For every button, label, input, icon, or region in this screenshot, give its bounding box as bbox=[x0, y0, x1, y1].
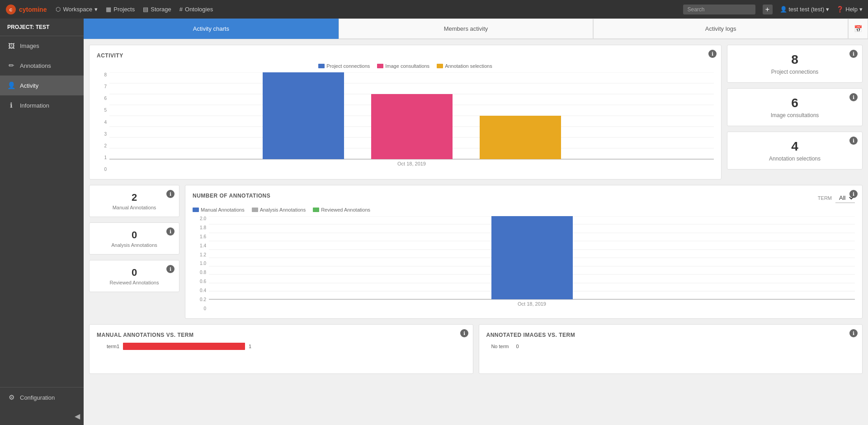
mini-stat1-info[interactable]: ℹ bbox=[166, 190, 175, 198]
legend-image-consultations: Image consultations bbox=[377, 63, 429, 69]
nav-workspace[interactable]: ⬡ Workspace ▾ bbox=[56, 6, 98, 13]
legend-manual: Manual Annotations bbox=[193, 207, 245, 212]
stat1-number: 8 bbox=[735, 52, 855, 67]
legend-dot-manual bbox=[193, 208, 199, 212]
activity-y-axis: 876543210 bbox=[97, 72, 109, 172]
mini-stat2-info[interactable]: ℹ bbox=[166, 227, 175, 236]
manual-vs-term-info[interactable]: ℹ bbox=[460, 329, 468, 337]
config-icon: ⚙ bbox=[7, 393, 15, 401]
nav-storage[interactable]: ▤ Storage bbox=[143, 6, 171, 13]
stat2-info-button[interactable]: ℹ bbox=[849, 93, 858, 101]
user-icon: 👤 bbox=[780, 6, 787, 13]
mini-stat1-number: 2 bbox=[97, 192, 172, 203]
annotations-info-button[interactable]: ℹ bbox=[849, 190, 858, 198]
legend-dot-project bbox=[318, 64, 325, 68]
calendar-button[interactable]: 📅 bbox=[848, 19, 868, 39]
sidebar-item-activity[interactable]: 👤 Activity bbox=[0, 76, 84, 95]
user-chevron-icon: ▾ bbox=[826, 6, 829, 13]
annotations-icon: ✏ bbox=[7, 61, 15, 70]
hbar-value-term1: 1 bbox=[249, 344, 251, 349]
mini-stat-analysis: ℹ 0 Analysis Annotations bbox=[89, 222, 179, 255]
projects-icon: ▦ bbox=[106, 6, 111, 13]
tab-members-activity[interactable]: Members activity bbox=[339, 19, 594, 39]
mini-stat1-label: Manual Annotations bbox=[97, 205, 172, 210]
search-input[interactable] bbox=[683, 5, 755, 14]
hbar-label-term1: term1 bbox=[97, 344, 119, 349]
bar-annotation-selections bbox=[480, 116, 561, 159]
svg-text:C: C bbox=[9, 8, 13, 12]
annotations-legend: Manual Annotations Analysis Annotations … bbox=[193, 207, 855, 212]
activity-chart-plot: Oct 18, 2019 bbox=[109, 72, 714, 172]
brand-name: cytomine bbox=[19, 6, 47, 13]
brand-logo[interactable]: C cytomine bbox=[5, 4, 47, 15]
legend-reviewed: Reviewed Annotations bbox=[313, 207, 370, 212]
activity-info-button[interactable]: ℹ bbox=[708, 50, 717, 58]
content-area: Activity charts Members activity Activit… bbox=[84, 19, 868, 425]
annotated-vs-term-info[interactable]: ℹ bbox=[849, 329, 858, 337]
row2-grid: ℹ 2 Manual Annotations ℹ 0 Analysis Anno… bbox=[89, 185, 863, 319]
bar-manual-annotations bbox=[491, 216, 573, 299]
hbar-row-term1: term1 1 bbox=[97, 343, 466, 350]
legend-dot-reviewed bbox=[313, 208, 319, 212]
legend-dot-image bbox=[377, 64, 383, 68]
stat1-info-button[interactable]: ℹ bbox=[849, 50, 858, 58]
sidebar-item-information[interactable]: ℹ Information bbox=[0, 95, 84, 115]
stat-image-consultations: ℹ 6 Image consultations bbox=[727, 88, 863, 126]
collapse-icon: ◀ bbox=[75, 412, 80, 420]
hbar-fill-term1 bbox=[123, 343, 245, 350]
help-button[interactable]: ❓ Help ▾ bbox=[836, 6, 863, 13]
legend-annotation-selections: Annotation selections bbox=[437, 63, 492, 69]
annotations-chart-plot: Oct 18, 2019 bbox=[209, 216, 855, 311]
legend-dot-annotation bbox=[437, 64, 443, 68]
tab-activity-charts[interactable]: Activity charts bbox=[84, 19, 339, 39]
cytomine-logo-icon: C bbox=[5, 4, 16, 15]
nav-items: ⬡ Workspace ▾ ▦ Projects ▤ Storage # Ont… bbox=[56, 6, 213, 13]
images-icon: 🖼 bbox=[7, 42, 15, 50]
nav-projects[interactable]: ▦ Projects bbox=[106, 6, 135, 13]
sidebar: PROJECT: TEST 🖼 Images ✏ Annotations 👤 A… bbox=[0, 19, 84, 425]
storage-icon: ▤ bbox=[143, 6, 148, 13]
legend-dot-analysis bbox=[252, 208, 258, 212]
bars-container bbox=[109, 72, 714, 159]
manual-vs-term-title: MANUAL ANNOTATIONS VS. TERM bbox=[97, 332, 466, 338]
mini-stat3-number: 0 bbox=[97, 267, 172, 279]
activity-chart-title: ACTIVITY bbox=[97, 52, 714, 59]
main-layout: PROJECT: TEST 🖼 Images ✏ Annotations 👤 A… bbox=[0, 19, 868, 425]
bar-project-connections bbox=[263, 72, 344, 159]
help-icon: ❓ bbox=[836, 6, 844, 13]
legend-project-connections: Project connections bbox=[318, 63, 370, 69]
activity-chart-legend: Project connections Image consultations … bbox=[97, 63, 714, 69]
hbar-label-noterm: No term bbox=[486, 344, 509, 349]
stat3-number: 4 bbox=[735, 139, 855, 154]
help-chevron-icon: ▾ bbox=[859, 6, 863, 13]
bar-image-consultations bbox=[371, 94, 453, 159]
stat3-info-button[interactable]: ℹ bbox=[849, 137, 858, 145]
stat2-number: 6 bbox=[735, 96, 855, 110]
activity-bar-chart: 876543210 bbox=[97, 72, 714, 172]
sidebar-bottom: ⚙ Configuration bbox=[0, 387, 84, 407]
hbar-row-noterm: No term 0 bbox=[486, 343, 855, 350]
add-button[interactable]: + bbox=[763, 5, 773, 14]
sidebar-collapse-button[interactable]: ◀ bbox=[0, 407, 84, 425]
annotations-x-label: Oct 18, 2019 bbox=[209, 301, 855, 307]
mini-stat3-info[interactable]: ℹ bbox=[166, 265, 175, 273]
activity-x-label: Oct 18, 2019 bbox=[109, 161, 714, 166]
activity-chart-card: ℹ ACTIVITY Project connections Image con… bbox=[89, 45, 722, 179]
activity-icon: 👤 bbox=[7, 81, 15, 90]
row1-grid: ℹ ACTIVITY Project connections Image con… bbox=[89, 45, 863, 179]
mini-stat-cards: ℹ 2 Manual Annotations ℹ 0 Analysis Anno… bbox=[89, 185, 179, 319]
stat-project-connections: ℹ 8 Project connections bbox=[727, 45, 863, 83]
tab-activity-logs[interactable]: Activity logs bbox=[593, 19, 848, 39]
annotations-y-axis: 2.01.81.61.41.21.00.80.60.40.20 bbox=[193, 216, 209, 311]
ontologies-icon: # bbox=[179, 6, 183, 13]
sidebar-item-annotations[interactable]: ✏ Annotations bbox=[0, 56, 84, 76]
user-menu[interactable]: 👤 test test (test) ▾ bbox=[780, 6, 830, 13]
stat-annotation-selections: ℹ 4 Annotation selections bbox=[727, 132, 863, 170]
workspace-icon: ⬡ bbox=[56, 6, 61, 13]
stat2-label: Image consultations bbox=[735, 112, 855, 118]
topnav-right: + 👤 test test (test) ▾ ❓ Help ▾ bbox=[683, 5, 863, 14]
nav-ontologies[interactable]: # Ontologies bbox=[179, 6, 213, 13]
sidebar-item-images[interactable]: 🖼 Images bbox=[0, 36, 84, 56]
sidebar-item-configuration[interactable]: ⚙ Configuration bbox=[0, 387, 84, 407]
topnav: C cytomine ⬡ Workspace ▾ ▦ Projects ▤ St… bbox=[0, 0, 868, 19]
